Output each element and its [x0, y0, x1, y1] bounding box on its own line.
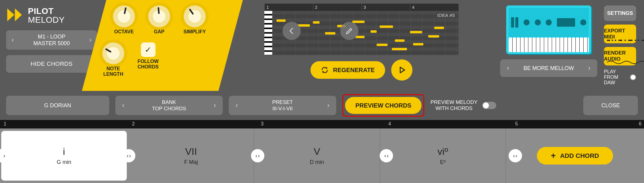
- svg-rect-3: [619, 40, 622, 41]
- follow-chords-checkbox[interactable]: ✓: [141, 42, 155, 57]
- piano-roll[interactable]: 1 2 3 4 IDEA #5: [264, 4, 459, 55]
- play-from-daw-label: PLAY FROM DAW: [604, 69, 627, 85]
- close-button[interactable]: CLOSE: [583, 96, 638, 115]
- bank-l1: BANK: [162, 99, 176, 105]
- roll-back-button[interactable]: [283, 22, 301, 40]
- instrument-name[interactable]: M1 - LOOP MASTER 5000: [19, 30, 84, 50]
- instrument-name-l2: MASTER 5000: [33, 40, 70, 47]
- preset-next[interactable]: ›: [320, 96, 336, 115]
- midi-dots-icon: [607, 38, 644, 42]
- bank-next[interactable]: ›: [207, 96, 223, 115]
- chord-roman: VII: [185, 146, 197, 157]
- chord-name: D min: [310, 159, 324, 165]
- logo-line1: PILOT: [28, 7, 65, 15]
- preview-melody-l2: WITH CHORDS: [430, 105, 477, 111]
- play-icon: [397, 65, 407, 75]
- chord-lane[interactable]: › i G min ‹› VII F Maj ‹› V D min ‹› viº…: [0, 128, 644, 183]
- svg-rect-2: [615, 40, 616, 41]
- follow-chords-label: FOLLOWCHORDS: [137, 59, 158, 70]
- preview-melody-l1: PREVIEW MELODY: [430, 99, 477, 105]
- mellow-next[interactable]: ›: [581, 59, 597, 77]
- chord-handle-2[interactable]: ‹›: [251, 149, 264, 162]
- preset-selector[interactable]: PRESET III-V-I-VII: [245, 96, 320, 115]
- settings-button[interactable]: SETTINGS: [604, 5, 636, 21]
- add-chord-label: ADD CHORD: [560, 152, 599, 159]
- piano-roll-keys: [264, 11, 272, 55]
- svg-rect-4: [625, 40, 626, 41]
- chord-slot-1[interactable]: i G min: [1, 131, 127, 181]
- synth-graphic: [506, 5, 591, 54]
- knob-panel: OCTAVE GAP SIMPLIFY NOTELENGTH ✓ FOL: [82, 0, 243, 91]
- hide-chords-button[interactable]: HIDE CHORDS: [6, 55, 97, 73]
- chord-roman: viº: [438, 146, 448, 157]
- chord-slot-3[interactable]: V D min: [254, 128, 380, 183]
- octave-label: OCTAVE: [114, 29, 134, 35]
- gap-label: GAP: [154, 29, 164, 35]
- chord-slot-2[interactable]: VII F Maj: [128, 128, 254, 183]
- chord-roman: i: [63, 146, 65, 157]
- note-length-knob[interactable]: [102, 42, 124, 64]
- preview-melody-toggle[interactable]: [482, 102, 496, 109]
- chord-name: Eº: [440, 159, 446, 165]
- render-audio-button[interactable]: RENDER AUDIO: [604, 47, 636, 65]
- refresh-icon: [321, 66, 329, 74]
- chord-roman: V: [314, 146, 320, 157]
- svg-rect-7: [638, 40, 639, 41]
- idea-label: IDEA #5: [437, 13, 455, 18]
- svg-rect-8: [642, 40, 644, 41]
- chord-name: G min: [57, 159, 71, 165]
- piano-roll-ruler: 1 2 3 4: [264, 4, 459, 11]
- chord-slot-4[interactable]: viº Eº: [380, 128, 506, 183]
- bank-selector[interactable]: BANK TOP CHORDS: [131, 96, 207, 115]
- regenerate-button[interactable]: REGENERATE: [310, 61, 385, 79]
- simplify-label: SIMPLIFY: [183, 29, 206, 35]
- svg-rect-0: [607, 40, 610, 41]
- play-button[interactable]: [391, 59, 412, 81]
- plus-icon: +: [551, 151, 556, 161]
- regenerate-label: REGENERATE: [333, 67, 375, 74]
- mellow-prev[interactable]: ‹: [500, 59, 516, 77]
- preset-l1: PRESET: [272, 99, 293, 105]
- preview-chords-button[interactable]: PREVIEW CHORDS: [345, 97, 422, 114]
- simplify-knob[interactable]: [184, 5, 205, 27]
- octave-knob[interactable]: [113, 5, 135, 27]
- instrument-selector: ‹ M1 - LOOP MASTER 5000 ›: [6, 30, 97, 50]
- svg-rect-6: [635, 40, 636, 41]
- svg-rect-1: [612, 40, 613, 41]
- add-chord-slot: + ADD CHORD: [506, 128, 644, 183]
- scale-button[interactable]: G DORIAN: [6, 96, 109, 115]
- preview-chords-highlight: PREVIEW CHORDS: [342, 94, 424, 117]
- bank-prev[interactable]: ‹: [115, 96, 131, 115]
- preset-prev[interactable]: ‹: [229, 96, 245, 115]
- logo-line2: MELODY: [28, 15, 65, 24]
- chord-handle-4[interactable]: ‹›: [509, 149, 522, 162]
- chord-handle-3[interactable]: ‹›: [380, 149, 393, 162]
- forward-icon: [6, 6, 24, 25]
- export-midi-button[interactable]: EXPORT MIDI: [604, 25, 636, 43]
- play-from-daw-toggle[interactable]: [630, 74, 636, 80]
- chord-ruler: 1 2 3 4 5 6: [0, 120, 644, 128]
- add-chord-button[interactable]: + ADD CHORD: [537, 147, 613, 165]
- roll-edit-button[interactable]: [340, 22, 358, 40]
- chord-handle-1[interactable]: ‹›: [122, 149, 135, 162]
- chord-name: F Maj: [184, 159, 198, 165]
- preset-l2: III-V-I-VII: [272, 105, 293, 112]
- instrument-prev[interactable]: ‹: [6, 30, 19, 50]
- mellow-preset-button[interactable]: BE MORE MELLOW: [516, 59, 581, 77]
- gap-knob[interactable]: [148, 5, 170, 27]
- bank-l2: TOP CHORDS: [152, 105, 186, 112]
- note-length-label: NOTELENGTH: [103, 66, 123, 77]
- waveform-icon: [607, 61, 644, 64]
- instrument-name-l1: M1 - LOOP: [38, 33, 65, 40]
- svg-rect-5: [628, 40, 632, 41]
- app-logo: PILOT MELODY: [6, 6, 97, 25]
